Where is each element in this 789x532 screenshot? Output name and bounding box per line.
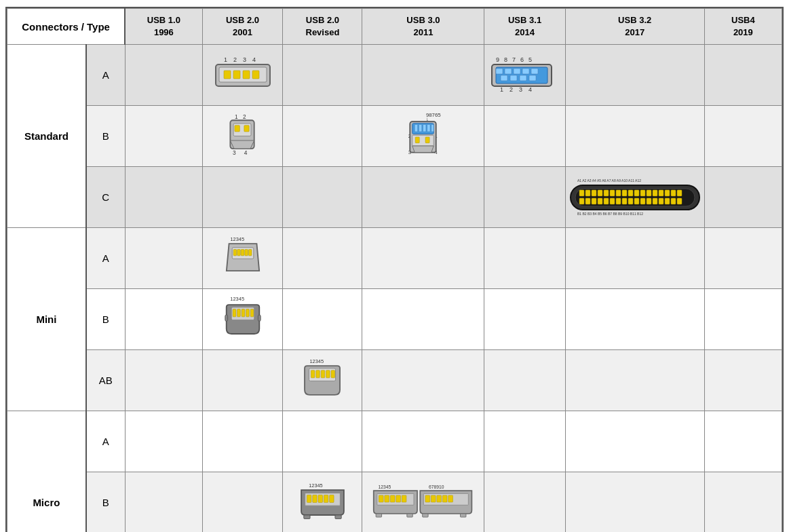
cell-std-a-usb31: 9 8 7 6 5 1 2 3 4 [484,45,565,106]
header-usb30: USB 3.02011 [362,9,484,45]
svg-rect-50 [427,124,430,132]
svg-rect-79 [598,198,602,204]
svg-rect-78 [592,198,596,204]
svg-rect-83 [622,198,627,204]
header-usb20: USB 2.02001 [202,9,283,45]
svg-text:B1 B2 B3 B4 B5 B6 B7 B8 B9 B10: B1 B2 B3 B4 B5 B6 B7 B8 B9 B10 B11 B12 [577,212,643,216]
svg-rect-89 [659,198,663,204]
svg-rect-53 [416,137,420,143]
svg-rect-73 [665,190,670,196]
svg-rect-74 [671,190,676,196]
svg-rect-131 [385,495,389,502]
svg-rect-9 [252,71,259,79]
svg-rect-98 [237,250,240,256]
cell-mini-ab-usb20 [202,350,283,411]
svg-rect-91 [671,198,676,204]
subtype-standard-a: A [86,45,125,106]
header-connectors-type: Connectors / Type [7,9,126,45]
svg-rect-110 [258,315,261,321]
subtype-micro-b: B [86,472,125,532]
cell-micro-b-usb20r: 12345 [283,472,362,532]
svg-rect-81 [610,198,615,204]
svg-text:4: 4 [244,150,248,157]
cell-std-a-usb20: 1 2 3 4 [202,45,283,106]
svg-rect-133 [396,495,401,502]
svg-rect-76 [579,198,584,204]
svg-rect-136 [407,514,412,517]
svg-rect-27 [510,75,517,81]
svg-rect-70 [647,190,651,196]
svg-rect-140 [437,495,442,502]
svg-rect-135 [377,514,382,517]
svg-rect-7 [233,71,240,79]
svg-text:12345: 12345 [309,482,323,489]
svg-rect-67 [628,190,633,196]
svg-rect-66 [622,190,627,196]
svg-rect-65 [616,190,621,196]
cell-micro-a-usb20r [283,411,362,472]
svg-rect-54 [425,137,429,143]
svg-rect-82 [616,198,621,204]
cell-std-a-usb32 [565,45,704,106]
group-standard: Standard [7,45,86,228]
svg-rect-126 [335,515,341,519]
group-micro: Micro [7,411,86,532]
svg-text:8: 8 [504,56,507,63]
svg-text:3: 3 [519,86,522,93]
svg-rect-86 [640,198,645,204]
cell-micro-a-usb4 [704,411,782,472]
svg-rect-61 [592,190,596,196]
cell-mini-b-usb32 [565,289,704,350]
cell-std-a-usb30 [362,45,484,106]
cell-std-c-usb30 [362,167,484,228]
cell-mini-ab-usb31 [484,350,565,411]
cell-mini-ab-usb30 [362,350,484,411]
cell-std-a-usb20r [283,45,362,106]
cell-std-b-usb10 [125,106,202,167]
svg-rect-142 [448,495,453,502]
svg-rect-132 [391,495,396,502]
svg-rect-100 [244,250,248,256]
svg-rect-134 [402,495,407,502]
cell-std-a-usb10 [125,45,202,106]
svg-rect-122 [318,495,322,502]
svg-rect-139 [431,495,436,502]
svg-text:12345: 12345 [379,484,391,489]
svg-rect-105 [237,309,240,316]
cell-mini-ab-usb10 [125,350,202,411]
cell-mini-a-usb32 [565,228,704,289]
subtype-mini-a: A [86,228,125,289]
subtype-mini-ab: AB [86,350,125,411]
cell-micro-b-usb10 [125,472,202,532]
cell-micro-a-usb32 [565,411,704,472]
cell-std-b-usb31 [484,106,565,167]
svg-rect-25 [531,69,538,74]
cell-std-b-usb20: 2 1 3 4 [202,106,283,167]
cell-mini-a-usb20: 12345 [202,228,283,289]
svg-rect-71 [653,190,657,196]
svg-rect-120 [307,495,311,502]
header-usb31: USB 3.12014 [484,9,565,45]
svg-text:1: 1 [500,86,503,93]
svg-text:12345: 12345 [230,237,244,243]
cell-mini-ab-usb4 [704,350,782,411]
svg-rect-90 [665,198,670,204]
svg-rect-38 [244,126,249,132]
svg-rect-80 [604,198,609,204]
svg-rect-68 [634,190,639,196]
svg-rect-116 [326,370,330,378]
svg-rect-84 [628,198,633,204]
svg-text:7: 7 [512,56,516,63]
svg-rect-115 [321,370,325,378]
svg-rect-107 [246,309,249,316]
svg-rect-121 [313,495,317,502]
svg-rect-24 [522,69,529,74]
svg-rect-75 [677,190,682,196]
svg-rect-143 [423,514,428,517]
svg-rect-63 [604,190,609,196]
svg-text:6: 6 [520,56,524,63]
cell-std-c-usb31 [484,167,565,228]
cell-mini-b-usb4 [704,289,782,350]
svg-rect-47 [415,124,418,132]
subtype-standard-c: C [86,167,125,228]
